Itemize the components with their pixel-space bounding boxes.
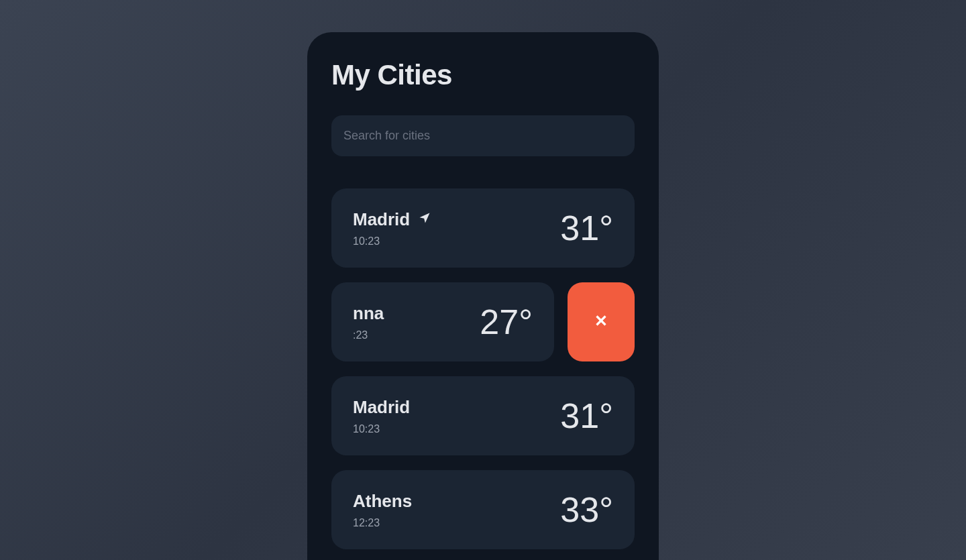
city-card-nna[interactable]: nna :23 27° [331,282,554,361]
city-name-row: Madrid [353,397,410,418]
close-icon [592,312,610,332]
city-row: Madrid 10:23 31° [331,188,635,268]
city-card-athens[interactable]: Athens 12:23 33° [331,470,635,549]
city-time: 12:23 [353,517,412,529]
city-row: Madrid 10:23 31° [331,376,635,455]
city-time: :23 [353,329,384,341]
city-name: nna [353,303,384,324]
city-card-madrid-current[interactable]: Madrid 10:23 31° [331,188,635,268]
city-info: nna :23 [353,303,384,341]
page-title: My Cities [331,59,635,91]
location-arrow-icon [418,211,431,227]
city-name-row: Madrid [353,209,431,230]
city-temperature: 31° [560,398,613,433]
city-time: 10:23 [353,235,431,247]
phone-frame: My Cities Madrid 10:23 [307,32,659,560]
city-time: 10:23 [353,423,410,435]
city-info: Madrid 10:23 [353,209,431,247]
search-input[interactable] [343,129,623,143]
city-info: Madrid 10:23 [353,397,410,435]
delete-button[interactable] [568,282,635,361]
search-container[interactable] [331,115,635,156]
city-row: nna :23 27° [331,282,635,361]
city-row: Athens 12:23 33° [331,470,635,549]
city-info: Athens 12:23 [353,491,412,529]
city-name: Athens [353,491,412,512]
city-name-row: Athens [353,491,412,512]
city-name: Madrid [353,209,410,230]
city-name-row: nna [353,303,384,324]
city-temperature: 33° [560,492,613,527]
city-list: Madrid 10:23 31° nna [331,188,635,549]
city-temperature: 31° [560,211,613,245]
city-card-madrid[interactable]: Madrid 10:23 31° [331,376,635,455]
city-temperature: 27° [480,304,533,339]
city-name: Madrid [353,397,410,418]
